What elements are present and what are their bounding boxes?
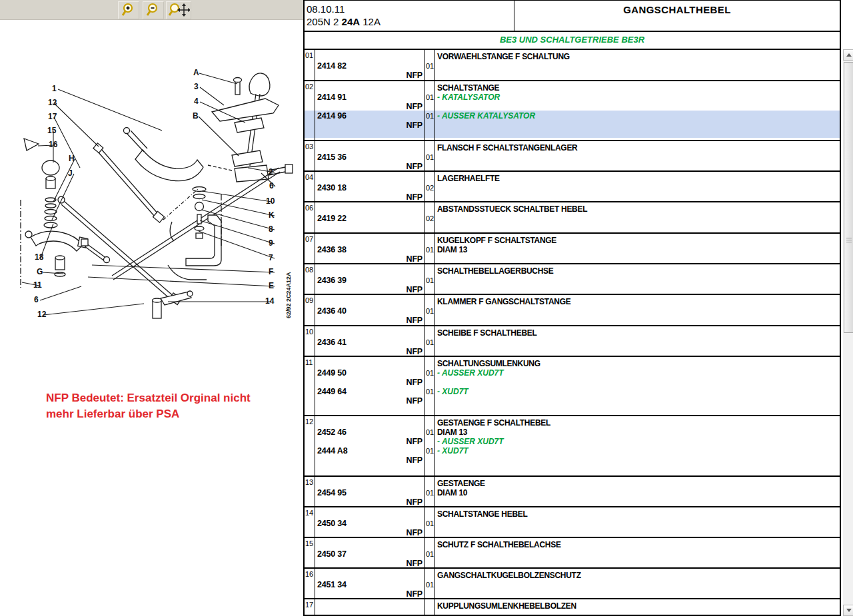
nfp-flag: NFP bbox=[315, 316, 424, 325]
quantity: 01 bbox=[425, 338, 434, 347]
diagram-callout-G[interactable]: G bbox=[37, 267, 43, 276]
part-number: 2414 91 bbox=[315, 93, 424, 102]
table-row[interactable]: 022414 91NFP2414 96NFP0101SCHALTSTANGE- … bbox=[305, 81, 840, 141]
table-row[interactable]: 062419 2202ABSTANDSSTUECK SCHALTBET HEBE… bbox=[305, 202, 840, 234]
vertical-scrollbar[interactable] bbox=[843, 49, 853, 616]
table-row[interactable]: 102436 41NFP01SCHEIBE F SCHALTHEBEL bbox=[305, 326, 840, 357]
spacer bbox=[315, 359, 424, 368]
position-number: 13 bbox=[305, 477, 315, 486]
table-row[interactable]: 152450 37NFP01SCHUTZ F SCHALTHEBELACHSE bbox=[305, 538, 840, 569]
diagram-callout-E[interactable]: E bbox=[269, 281, 274, 290]
quantity-cell: 02 bbox=[425, 202, 435, 232]
diagram-callout-14[interactable]: 14 bbox=[265, 296, 275, 306]
quantity bbox=[425, 509, 434, 519]
description-cell: GESTAENGE F SCHALTHEBELDIAM 13- AUSSER X… bbox=[435, 416, 840, 475]
quantity bbox=[425, 378, 434, 387]
part-number-cell: 2452 46NFP2444 A8NFP bbox=[315, 416, 425, 475]
diagram-callout-16[interactable]: 16 bbox=[49, 140, 58, 149]
table-row[interactable]: 132454 95NFP01GESTAENGEDIAM 10 bbox=[305, 477, 840, 507]
quantity bbox=[425, 528, 434, 537]
part-number-cell: 2430 18NFP bbox=[315, 172, 425, 202]
diagram-callout-9[interactable]: 9 bbox=[269, 238, 273, 248]
diagram-callout-15[interactable]: 15 bbox=[47, 126, 57, 135]
diagram-callout-B[interactable]: B bbox=[193, 111, 199, 121]
part-description bbox=[435, 396, 840, 406]
position-number: 06 bbox=[305, 202, 315, 212]
part-description bbox=[435, 71, 840, 80]
diagram-callout-A[interactable]: A bbox=[193, 68, 199, 77]
zoom-out-button[interactable] bbox=[143, 1, 164, 19]
variant-description: - AUSSER XUD7T bbox=[435, 368, 840, 378]
table-row[interactable]: 112449 50NFP2449 64NFP0101SCHALTUNGSUMLE… bbox=[305, 357, 840, 416]
diagram-callout-8[interactable]: 8 bbox=[269, 224, 273, 234]
part-description bbox=[435, 347, 840, 356]
zoom-pan-button[interactable] bbox=[166, 1, 191, 19]
zoom-in-button[interactable] bbox=[118, 1, 139, 19]
table-row[interactable]: 082436 39NFP01SCHALTHEBELLAGERBUCHSE bbox=[305, 264, 840, 295]
table-row[interactable]: 072436 38NFP01KUGELKOPF F SCHALTSTANGEDI… bbox=[305, 234, 840, 264]
scroll-up-button[interactable] bbox=[843, 49, 853, 61]
diagram-callout-2[interactable]: 2 bbox=[269, 167, 273, 176]
part-number-cell: 2414 82NFP bbox=[315, 50, 425, 80]
position-number: 07 bbox=[305, 234, 315, 243]
part-number-cell: 2450 34NFP bbox=[315, 507, 425, 537]
header-reference-cell: 08.10.11 205N 2 24A 12A bbox=[305, 1, 514, 31]
scrollbar-thumb[interactable] bbox=[844, 62, 853, 333]
diagram-canvas[interactable]: 113171516HJA34B2610K897FE1418G11612 62/9… bbox=[0, 20, 303, 370]
nfp-flag: NFP bbox=[315, 456, 424, 465]
part-description: LAGERHAELFTE bbox=[435, 174, 840, 183]
table-row[interactable]: 042430 18NFP02LAGERHAELFTE bbox=[305, 172, 840, 202]
nfp-flag: NFP bbox=[315, 589, 424, 599]
position-number: 02 bbox=[305, 81, 315, 91]
table-row[interactable]: 032415 36NFP01FLANSCH F SCHALTSTANGENLAG… bbox=[305, 141, 840, 172]
diagram-callout-1[interactable]: 1 bbox=[52, 84, 57, 93]
scroll-down-button[interactable] bbox=[843, 605, 853, 616]
description-cell: ABSTANDSSTUECK SCHALTBET HEBEL bbox=[435, 202, 840, 232]
part-description bbox=[435, 254, 840, 264]
quantity: 01 bbox=[425, 93, 434, 102]
quantity bbox=[425, 601, 434, 611]
scroll-up-arrow-icon bbox=[846, 53, 852, 57]
quantity bbox=[425, 266, 434, 276]
table-row[interactable]: 092436 40NFP01KLAMMER F GANGSCHALTSTANGE bbox=[305, 295, 840, 326]
diagram-callout-6[interactable]: 6 bbox=[34, 295, 39, 304]
position-number: 01 bbox=[305, 50, 315, 59]
diagram-callout-F[interactable]: F bbox=[269, 267, 273, 276]
diagram-callout-10[interactable]: 10 bbox=[266, 196, 275, 206]
part-description bbox=[435, 589, 840, 599]
diagram-callout-K[interactable]: K bbox=[269, 210, 275, 220]
spacer bbox=[315, 52, 424, 61]
diagram-pane: 113171516HJA34B2610K897FE1418G11612 62/9… bbox=[0, 0, 303, 616]
part-number-cell: 2415 36NFP bbox=[315, 141, 425, 171]
diagram-callout-J[interactable]: J bbox=[68, 168, 73, 178]
table-row[interactable]: 17KUPPLUNGSUMLENKHEBELBOLZEN bbox=[305, 599, 840, 616]
diagram-callout-3[interactable]: 3 bbox=[194, 82, 199, 91]
diagram-callout-11[interactable]: 11 bbox=[33, 280, 42, 290]
quantity: 01 bbox=[425, 488, 434, 497]
variant-description: - KATALYSATOR bbox=[435, 93, 840, 102]
quantity bbox=[425, 162, 434, 171]
diagram-callout-17[interactable]: 17 bbox=[48, 112, 57, 121]
part-description bbox=[435, 192, 840, 202]
part-number-cell: 2436 41NFP bbox=[315, 326, 425, 356]
part-description bbox=[435, 306, 840, 316]
position-cell: 14 bbox=[305, 507, 315, 537]
description-cell: SCHALTHEBELLAGERBUCHSE bbox=[435, 264, 840, 294]
spacer bbox=[315, 479, 424, 488]
diagram-callout-7[interactable]: 7 bbox=[269, 253, 273, 262]
part-description bbox=[435, 61, 840, 71]
part-number-cell: 2454 95NFP bbox=[315, 477, 425, 507]
table-row[interactable]: 142450 34NFP01SCHALTSTANGE HEBEL bbox=[305, 507, 840, 538]
diagram-callout-18[interactable]: 18 bbox=[35, 252, 44, 262]
table-row[interactable]: 012414 82NFP01VORWAEHLSTANGE F SCHALTUNG bbox=[305, 50, 840, 81]
diagram-callout-H[interactable]: H bbox=[69, 154, 75, 163]
table-row[interactable]: 122452 46NFP2444 A8NFP0101GESTAENGE F SC… bbox=[305, 416, 840, 477]
diagram-callout-13[interactable]: 13 bbox=[48, 98, 57, 107]
position-number: 16 bbox=[305, 569, 315, 578]
table-row[interactable]: 162451 34NFP01GANGSCHALTKUGELBOLZENSCHUT… bbox=[305, 569, 840, 599]
diagram-callout-6[interactable]: 6 bbox=[269, 181, 274, 190]
position-number: 04 bbox=[305, 172, 315, 181]
diagram-callout-4[interactable]: 4 bbox=[194, 97, 199, 106]
diagram-callout-12[interactable]: 12 bbox=[37, 310, 47, 319]
part-description bbox=[435, 580, 840, 589]
